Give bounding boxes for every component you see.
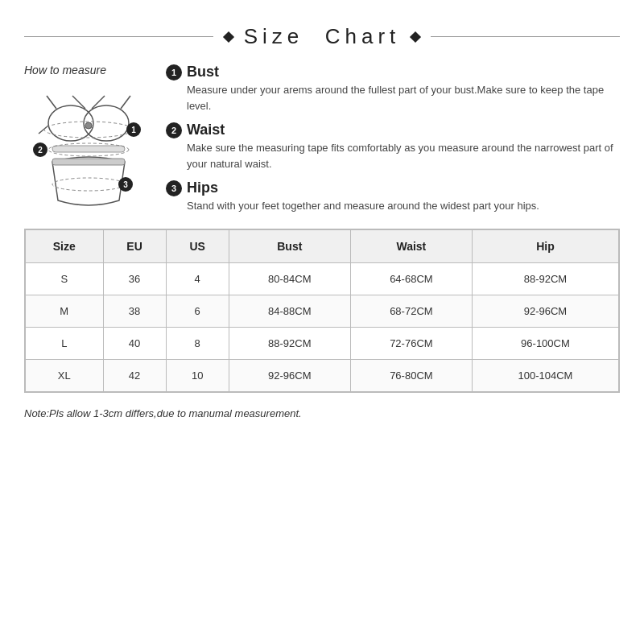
table-cell: S — [26, 262, 104, 295]
table-cell: 100-104CM — [472, 359, 618, 391]
table-header: Size EU US Bust Waist Hip — [26, 229, 619, 262]
col-us: US — [166, 229, 229, 262]
table-row: L40888-92CM72-76CM96-100CM — [26, 327, 619, 359]
hips-heading: Hips — [187, 180, 218, 196]
hips-number: 3 — [166, 180, 182, 196]
table-cell: 76-80CM — [350, 359, 472, 391]
measure-hips: 3 Hips Stand with your feet together and… — [166, 180, 620, 214]
table-cell: 88-92CM — [472, 262, 618, 295]
title-row: Size Chart — [24, 24, 620, 49]
col-waist: Waist — [350, 229, 472, 262]
measure-left: How to measure — [24, 64, 153, 214]
title-line-left — [24, 36, 213, 37]
how-to-label: How to measure — [24, 64, 106, 76]
table-body: S36480-84CM64-68CM88-92CMM38684-88CM68-7… — [26, 262, 619, 391]
note: Note:Pls allow 1-3cm differs,due to manu… — [24, 407, 620, 419]
page-title: Size Chart — [244, 24, 401, 49]
svg-text:3: 3 — [123, 180, 128, 189]
table-row: M38684-88CM68-72CM92-96CM — [26, 295, 619, 327]
table-cell: 6 — [166, 295, 229, 327]
diamond-left-icon — [223, 31, 234, 42]
size-table-container: Size EU US Bust Waist Hip S36480-84CM64-… — [24, 229, 620, 393]
hips-description: Stand with your feet together and measur… — [166, 198, 620, 214]
table-cell: 68-72CM — [350, 295, 472, 327]
table-cell: L — [26, 327, 104, 359]
table-cell: 92-96CM — [229, 359, 350, 391]
waist-description: Make sure the measuring tape fits comfor… — [166, 140, 620, 171]
waist-number: 2 — [166, 122, 182, 138]
table-cell: 4 — [166, 262, 229, 295]
svg-point-17 — [52, 178, 125, 191]
svg-text:1: 1 — [131, 126, 136, 134]
size-table: Size EU US Bust Waist Hip S36480-84CM64-… — [25, 229, 619, 392]
table-row: XL421092-96CM76-80CM100-104CM — [26, 359, 619, 391]
svg-text:2: 2 — [38, 146, 43, 155]
svg-line-3 — [47, 96, 56, 109]
table-cell: 80-84CM — [229, 262, 350, 295]
svg-point-2 — [85, 122, 92, 129]
col-eu: EU — [103, 229, 166, 262]
table-cell: 42 — [103, 359, 166, 391]
measure-section: How to measure — [24, 64, 620, 214]
table-cell: 92-96CM — [472, 295, 618, 327]
table-row: S36480-84CM64-68CM88-92CM — [26, 262, 619, 295]
measure-hips-title: 3 Hips — [166, 180, 620, 196]
table-cell: 10 — [166, 359, 229, 391]
bust-heading: Bust — [187, 64, 219, 80]
table-cell: 88-92CM — [229, 327, 350, 359]
bust-description: Measure under your arems around the full… — [166, 82, 620, 114]
table-cell: M — [26, 295, 104, 327]
measure-waist-title: 2 Waist — [166, 122, 620, 138]
table-header-row: Size EU US Bust Waist Hip — [26, 229, 619, 262]
table-cell: 38 — [103, 295, 166, 327]
measure-waist: 2 Waist Make sure the measuring tape fit… — [166, 122, 620, 171]
page: Size Chart How to measure — [0, 0, 644, 644]
table-cell: XL — [26, 359, 104, 391]
measure-right: 1 Bust Measure under your arems around t… — [166, 64, 620, 214]
bikini-illustration: 1 2 3 — [32, 81, 145, 210]
table-cell: 36 — [103, 262, 166, 295]
table-cell: 64-68CM — [350, 262, 472, 295]
svg-rect-12 — [52, 146, 125, 152]
table-cell: 40 — [103, 327, 166, 359]
table-cell: 72-76CM — [350, 327, 472, 359]
col-size: Size — [26, 229, 104, 262]
svg-line-5 — [121, 96, 130, 109]
col-hip: Hip — [472, 229, 618, 262]
table-cell: 8 — [166, 327, 229, 359]
bust-number: 1 — [166, 64, 182, 80]
waist-heading: Waist — [187, 122, 225, 138]
table-cell: 84-88CM — [229, 295, 350, 327]
measure-bust: 1 Bust Measure under your arems around t… — [166, 64, 620, 114]
col-bust: Bust — [229, 229, 350, 262]
measure-bust-title: 1 Bust — [166, 64, 620, 80]
table-cell: 96-100CM — [472, 327, 618, 359]
diamond-right-icon — [410, 31, 421, 42]
svg-rect-13 — [52, 159, 125, 165]
title-line-right — [431, 36, 620, 37]
